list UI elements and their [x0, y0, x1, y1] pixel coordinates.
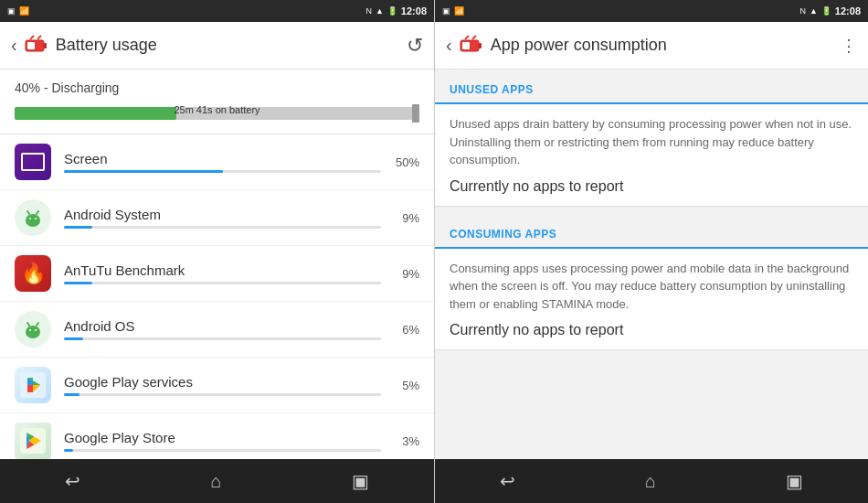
app-item-play-store[interactable]: Google Play Store 3% — [0, 413, 434, 459]
android-system-bar-fill — [64, 226, 92, 229]
back-nav-button[interactable]: ↩ — [65, 470, 80, 492]
play-store-icon — [15, 423, 51, 459]
battery-icon: 🔋 — [387, 6, 397, 16]
screen-app-icon — [15, 144, 51, 180]
android-os-svg — [21, 317, 45, 341]
nfc-icon-right: N — [799, 6, 806, 16]
refresh-button[interactable]: ↺ — [407, 34, 423, 58]
android-system-bar-bg — [64, 226, 381, 229]
status-left-icons: ▣ 📶 — [7, 6, 29, 16]
svg-point-17 — [29, 329, 31, 331]
home-nav-button-right[interactable]: ⌂ — [645, 471, 656, 492]
signal-icon: 📶 — [19, 6, 29, 16]
antutu-info: AnTuTu Benchmark — [64, 262, 381, 284]
app-power-panel: ▣ 📶 N ▲ 🔋 12:08 ‹ App power consumption … — [434, 0, 868, 503]
app-bar-right: ‹ App power consumption ⋮ — [435, 22, 868, 70]
recents-nav-button-right[interactable]: ▣ — [786, 470, 803, 492]
clock-right: 12:08 — [835, 5, 861, 16]
status-right-icons-right: N ▲ 🔋 12:08 — [799, 5, 861, 16]
signal-icon-right: 📶 — [454, 6, 464, 16]
unused-apps-no-report: Currently no apps to report — [450, 178, 853, 195]
battery-usage-icon — [23, 33, 48, 59]
play-store-percent: 3% — [390, 434, 419, 448]
android-svg — [21, 206, 45, 230]
svg-rect-2 — [44, 43, 47, 48]
play-services-info: Google Play services — [64, 374, 381, 396]
screen-app-percent: 50% — [390, 155, 419, 169]
screen-usage-bar-fill — [64, 170, 223, 173]
play-store-info: Google Play Store — [64, 430, 381, 452]
screen-app-name: Screen — [64, 151, 381, 166]
play-services-svg — [20, 372, 46, 398]
nav-bar-right: ↩ ⌂ ▣ — [435, 459, 868, 503]
status-bar-left: ▣ 📶 N ▲ 🔋 12:08 — [0, 0, 434, 22]
svg-point-18 — [35, 329, 37, 331]
antutu-icon: 🔥 — [15, 255, 51, 292]
android-system-info: Android System — [64, 207, 381, 229]
play-store-svg — [20, 428, 46, 454]
home-nav-button[interactable]: ⌂ — [210, 471, 221, 492]
play-store-bar-bg — [64, 449, 381, 452]
app-item-antutu[interactable]: 🔥 AnTuTu Benchmark 9% — [0, 246, 434, 302]
antutu-name: AnTuTu Benchmark — [64, 262, 381, 278]
consuming-apps-title: CONSUMING APPS — [450, 228, 556, 241]
app-item-play-services[interactable]: Google Play services 5% — [0, 358, 434, 413]
android-system-percent: 9% — [390, 211, 419, 225]
battery-icon-right: 🔋 — [821, 6, 831, 16]
app-bar-left: ‹ Battery usage ↺ — [0, 22, 434, 70]
play-services-name: Google Play services — [64, 374, 381, 390]
battery-summary: 40% - Discharging 25m 41s on battery — [0, 70, 434, 134]
battery-content: 40% - Discharging 25m 41s on battery Scr… — [0, 70, 434, 459]
back-nav-button-right[interactable]: ↩ — [500, 470, 515, 492]
battery-percent-text: 40% - Discharging — [15, 80, 419, 95]
svg-line-37 — [465, 36, 469, 39]
consuming-apps-description: Consuming apps uses processing power and… — [450, 260, 853, 314]
power-icon — [458, 33, 483, 59]
app-list: Screen 50% — [0, 134, 434, 459]
play-store-bar-fill — [64, 449, 73, 452]
svg-rect-13 — [37, 219, 39, 224]
unused-apps-title: UNUSED APPS — [450, 83, 534, 96]
app-item-android-system[interactable]: Android System 9% — [0, 190, 434, 246]
consuming-apps-no-report: Currently no apps to report — [450, 322, 853, 338]
battery-bar: 25m 41s on battery — [15, 104, 419, 123]
nfc-icon: N — [365, 6, 372, 16]
consuming-apps-body: Consuming apps uses processing power and… — [435, 249, 868, 351]
unused-apps-header: UNUSED APPS — [435, 70, 868, 104]
svg-point-9 — [35, 218, 37, 219]
android-os-bar-bg — [64, 337, 381, 340]
screen-title-left: Battery usage — [56, 36, 407, 55]
antutu-percent: 9% — [390, 267, 419, 281]
svg-point-8 — [29, 218, 31, 219]
antutu-bar-fill — [64, 282, 92, 284]
app-item-android-os[interactable]: Android OS 6% — [0, 302, 434, 358]
android-system-icon — [15, 199, 51, 236]
svg-rect-22 — [37, 331, 39, 336]
screen-title-right: App power consumption — [491, 36, 841, 55]
play-services-bar-bg — [64, 393, 381, 396]
notification-icon: ▣ — [7, 6, 16, 16]
android-system-name: Android System — [64, 207, 381, 222]
svg-rect-35 — [462, 42, 470, 49]
svg-rect-12 — [26, 219, 28, 224]
wifi-icon-right: ▲ — [810, 6, 818, 16]
clock: 12:08 — [401, 5, 427, 16]
battery-usage-panel: ▣ 📶 N ▲ 🔋 12:08 ‹ Battery usage ↺ 40% - … — [0, 0, 434, 503]
status-right-icons: N ▲ 🔋 12:08 — [365, 5, 427, 16]
antutu-emoji: 🔥 — [21, 262, 46, 285]
android-os-info: Android OS — [64, 318, 381, 340]
wifi-icon: ▲ — [376, 6, 384, 16]
svg-rect-21 — [26, 331, 28, 336]
svg-line-38 — [472, 36, 476, 39]
svg-line-3 — [30, 36, 34, 39]
recents-nav-button[interactable]: ▣ — [352, 470, 369, 492]
more-options-button[interactable]: ⋮ — [841, 36, 857, 56]
screen-app-info: Screen — [64, 151, 381, 173]
back-button-right[interactable]: ‹ — [446, 35, 452, 56]
play-services-bar-fill — [64, 393, 79, 396]
battery-time-label: 25m 41s on battery — [174, 104, 259, 115]
back-button[interactable]: ‹ — [11, 35, 17, 56]
app-item-screen[interactable]: Screen 50% — [0, 134, 434, 190]
antutu-bar-bg — [64, 282, 381, 284]
svg-rect-1 — [27, 42, 35, 49]
